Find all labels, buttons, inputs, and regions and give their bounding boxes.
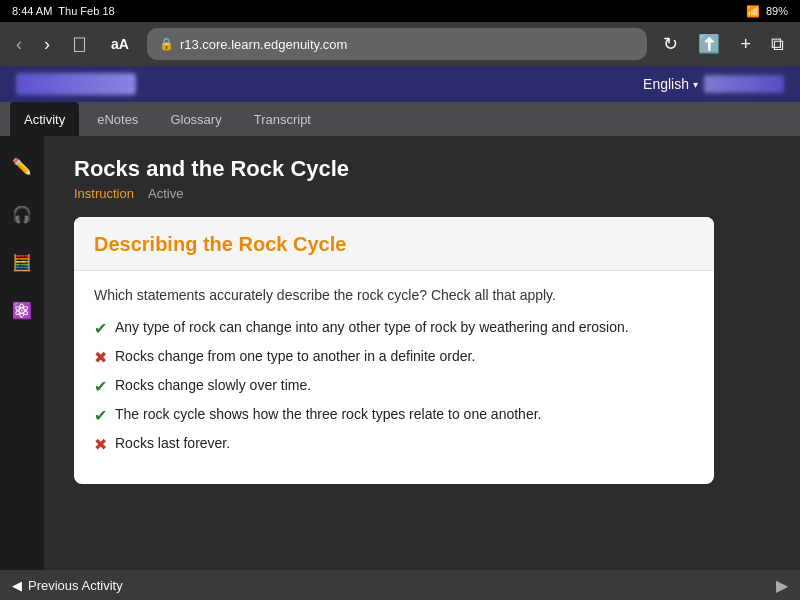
browser-actions: ↻ ⬆️ + ⧉	[657, 29, 790, 59]
prev-activity-button[interactable]: ◀ Previous Activity	[12, 578, 123, 593]
correct-icon-1: ✔	[94, 319, 107, 338]
refresh-button[interactable]: ↻	[657, 29, 684, 59]
incorrect-icon-5: ✖	[94, 435, 107, 454]
quiz-options: ✔ Any type of rock can change into any o…	[94, 319, 694, 454]
share-button[interactable]: ⬆️	[692, 29, 726, 59]
tab-glossary[interactable]: Glossary	[156, 102, 235, 136]
chevron-down-icon: ▾	[693, 79, 698, 90]
option-text-5: Rocks last forever.	[115, 435, 230, 451]
add-tab-button[interactable]: +	[734, 30, 757, 59]
tab-transcript[interactable]: Transcript	[240, 102, 325, 136]
battery-display: 89%	[766, 5, 788, 17]
correct-icon-4: ✔	[94, 406, 107, 425]
quiz-card: Describing the Rock Cycle Which statemen…	[74, 217, 714, 484]
quiz-question: Which statements accurately describe the…	[94, 287, 694, 303]
quiz-title: Describing the Rock Cycle	[94, 233, 694, 256]
prev-activity-label: Previous Activity	[28, 578, 123, 593]
headphone-icon[interactable]: 🎧	[6, 198, 38, 230]
left-sidebar: ✏️ 🎧 🧮 ⚛️	[0, 136, 44, 570]
bottom-bar: ◀ Previous Activity ▶	[0, 570, 800, 600]
back-button[interactable]: ‹	[10, 30, 28, 59]
date-display: Thu Feb 18	[58, 5, 114, 17]
browser-bar: ‹ › ⎕ aA 🔒 r13.core.learn.edgenuity.com …	[0, 22, 800, 66]
language-label: English	[643, 76, 689, 92]
correct-icon-3: ✔	[94, 377, 107, 396]
site-logo	[16, 73, 136, 95]
wifi-icon: 📶	[746, 5, 760, 18]
tab-enotes[interactable]: eNotes	[83, 102, 152, 136]
option-text-2: Rocks change from one type to another in…	[115, 348, 475, 364]
option-text-3: Rocks change slowly over time.	[115, 377, 311, 393]
pencil-icon[interactable]: ✏️	[6, 150, 38, 182]
user-name-display	[704, 75, 784, 93]
reader-mode-button[interactable]: aA	[103, 32, 137, 56]
quiz-option-5[interactable]: ✖ Rocks last forever.	[94, 435, 694, 454]
url-display: r13.core.learn.edgenuity.com	[180, 37, 347, 52]
bookmarks-button[interactable]: ⎕	[66, 30, 93, 59]
quiz-card-header: Describing the Rock Cycle	[74, 217, 714, 271]
quiz-card-body: Which statements accurately describe the…	[74, 271, 714, 484]
status-bar: 8:44 AM Thu Feb 18 📶 89%	[0, 0, 800, 22]
calculator-icon[interactable]: 🧮	[6, 246, 38, 278]
content-area: Rocks and the Rock Cycle Instruction Act…	[44, 136, 800, 570]
tab-switcher-button[interactable]: ⧉	[765, 30, 790, 59]
quiz-option-4[interactable]: ✔ The rock cycle shows how the three roc…	[94, 406, 694, 425]
top-nav: English ▾	[0, 66, 800, 102]
forward-button[interactable]: ›	[38, 30, 56, 59]
time-display: 8:44 AM	[12, 5, 52, 17]
main-area: ✏️ 🎧 🧮 ⚛️ Rocks and the Rock Cycle Instr…	[0, 136, 800, 570]
next-arrow-icon: ▶	[776, 577, 788, 594]
lock-icon: 🔒	[159, 37, 174, 51]
quiz-option-3[interactable]: ✔ Rocks change slowly over time.	[94, 377, 694, 396]
atom-icon[interactable]: ⚛️	[6, 294, 38, 326]
language-selector[interactable]: English ▾	[643, 76, 698, 92]
address-bar[interactable]: 🔒 r13.core.learn.edgenuity.com	[147, 28, 648, 60]
tab-bar: Activity eNotes Glossary Transcript	[0, 102, 800, 136]
quiz-option-1[interactable]: ✔ Any type of rock can change into any o…	[94, 319, 694, 338]
next-arrow-button[interactable]: ▶	[776, 576, 788, 595]
option-text-4: The rock cycle shows how the three rock …	[115, 406, 541, 422]
lesson-title: Rocks and the Rock Cycle	[74, 156, 770, 182]
top-nav-right: English ▾	[643, 75, 784, 93]
prev-arrow-icon: ◀	[12, 578, 22, 593]
status-badge: Active	[148, 186, 183, 201]
tab-activity[interactable]: Activity	[10, 102, 79, 136]
option-text-1: Any type of rock can change into any oth…	[115, 319, 629, 335]
instruction-label: Instruction	[74, 186, 134, 201]
quiz-option-2[interactable]: ✖ Rocks change from one type to another …	[94, 348, 694, 367]
lesson-meta: Instruction Active	[74, 186, 770, 201]
incorrect-icon-2: ✖	[94, 348, 107, 367]
